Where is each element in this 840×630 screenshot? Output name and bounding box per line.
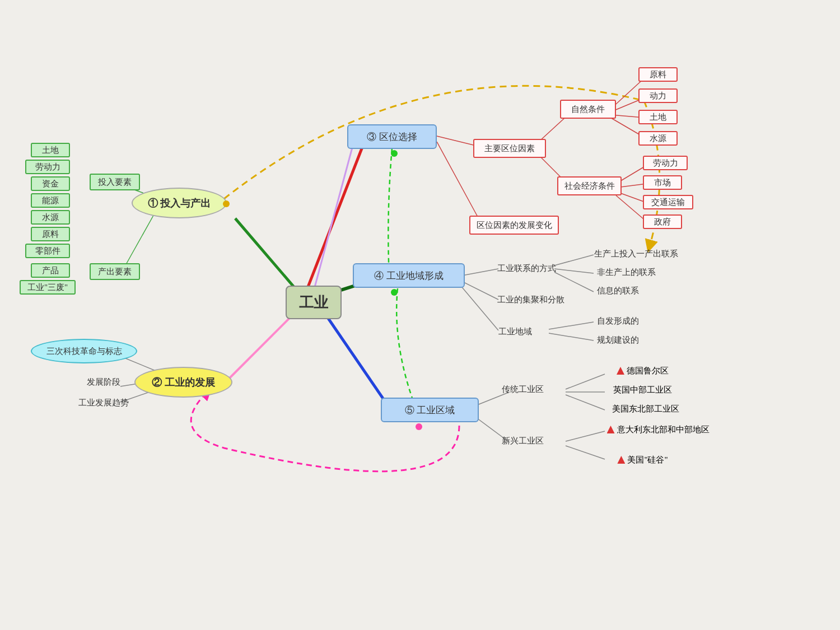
svg-line-4	[319, 305, 392, 412]
nat-3: 土地	[638, 110, 678, 124]
natural-cond: 自然条件	[560, 100, 616, 119]
stage-node: 发展阶段	[78, 374, 129, 390]
trad-3: 美国东北部工业区	[594, 401, 697, 417]
output-item-1: 产品	[31, 263, 70, 278]
way-2: 非生产上的联系	[587, 265, 665, 279]
input-item-7: 零部件	[25, 244, 70, 258]
input-header: 投入要素	[90, 174, 140, 190]
soc-4: 政府	[643, 214, 682, 229]
input-item-4: 能源	[31, 193, 70, 208]
traditional-zone: 传统工业区	[492, 380, 553, 399]
node-5: ⑤ 工业区域	[381, 398, 479, 422]
zone-2: 规划建设的	[587, 333, 648, 347]
input-item-1: 土地	[31, 143, 70, 157]
emerging-zone: 新兴工业区	[492, 431, 553, 450]
trend-node: 工业发展趋势	[73, 395, 134, 410]
svg-line-5	[314, 146, 353, 291]
industry-link: 工业联系的方式	[490, 259, 563, 278]
input-item-2: 劳动力	[25, 160, 70, 174]
nat-1: 原料	[638, 67, 678, 82]
industry-cluster: 工业的集聚和分散	[490, 290, 571, 309]
industry-zone: 工业地域	[490, 322, 540, 341]
icon-red-1	[617, 367, 624, 375]
emrg-2: 美国"硅谷"	[594, 452, 692, 468]
svg-line-0	[235, 218, 302, 297]
icon-red-3	[617, 456, 625, 464]
node5-dot	[416, 423, 422, 430]
ellipse-2: ② 工业的发展	[134, 367, 232, 398]
icon-red-2	[607, 426, 615, 433]
ellipse-1: ① 投入与产出	[132, 188, 227, 218]
nat-4: 水源	[638, 131, 678, 146]
output-item-2: 工业"三废"	[20, 280, 76, 295]
input-item-6: 原料	[31, 227, 70, 241]
svg-line-17	[616, 195, 647, 222]
ellipse1-dot	[223, 200, 230, 207]
node-4: ④ 工业地域形成	[353, 263, 465, 288]
input-item-5: 水源	[31, 210, 70, 225]
main-factors: 主要区位因素	[473, 139, 546, 158]
zone-1: 自发形成的	[587, 314, 648, 328]
trad-1: 德国鲁尔区	[594, 363, 692, 379]
soc-1: 劳动力	[643, 156, 688, 170]
output-header: 产出要素	[90, 263, 140, 280]
social-cond: 社会经济条件	[557, 176, 622, 195]
revolution-node: 三次科技革命与标志	[31, 339, 137, 363]
way-3: 信息的联系	[587, 283, 648, 298]
emrg-1: 意大利东北部和中部地区	[594, 422, 722, 437]
soc-3: 交通运输	[643, 195, 693, 209]
nat-2: 动力	[638, 88, 678, 103]
trad-2: 英国中部工业区	[594, 382, 692, 398]
soc-2: 市场	[643, 175, 682, 190]
node3-dot	[391, 150, 398, 157]
factor-change: 区位因素的发展变化	[469, 216, 559, 235]
center-node: 工业	[286, 286, 342, 319]
node4-dot	[391, 289, 398, 296]
node-3: ③ 区位选择	[347, 124, 437, 149]
input-item-3: 资金	[31, 176, 70, 191]
way-1: 生产上投入一产出联系	[587, 246, 685, 261]
